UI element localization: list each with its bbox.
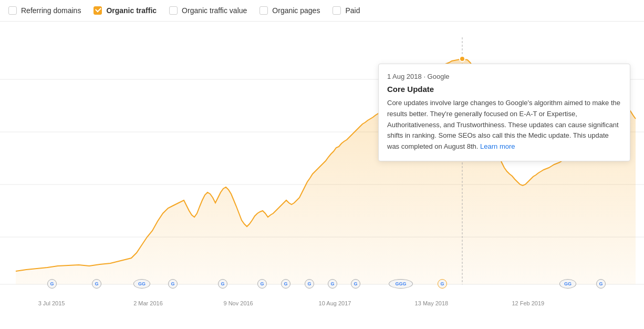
chart-area: 3 Jul 2015 2 Mar 2016 9 Nov 2016 10 Aug … [0, 22, 644, 316]
g-marker-9[interactable]: G [328, 279, 337, 289]
g-marker-6[interactable]: G [257, 279, 267, 289]
g-marker-12[interactable]: G [438, 279, 447, 289]
svg-point-6 [460, 56, 465, 61]
organic-traffic-label: Organic traffic [106, 6, 157, 15]
checkbox-organic-traffic-value[interactable]: Organic traffic value [169, 6, 247, 15]
paid-label: Paid [345, 6, 360, 15]
x-label-feb2019: 12 Feb 2019 [512, 300, 544, 306]
tooltip-title: Core Update [387, 85, 621, 94]
g-marker-1[interactable]: G [47, 279, 57, 289]
g-marker-14[interactable]: G [596, 279, 606, 289]
g-marker-13[interactable]: GG [559, 279, 576, 289]
g-marker-11[interactable]: GGG [389, 279, 413, 289]
g-marker-4[interactable]: G [168, 279, 178, 289]
checkbox-bar: Referring domains Organic traffic Organi… [0, 0, 644, 22]
checkbox-organic-pages[interactable]: Organic pages [259, 6, 320, 15]
organic-traffic-value-checkbox[interactable] [169, 6, 178, 15]
referring-domains-label: Referring domains [21, 6, 81, 15]
organic-pages-checkbox[interactable] [259, 6, 268, 15]
g-marker-3[interactable]: GG [133, 279, 150, 289]
g-marker-2[interactable]: G [92, 279, 101, 289]
referring-domains-checkbox[interactable] [8, 6, 17, 15]
organic-traffic-checkbox[interactable] [94, 6, 102, 15]
x-label-aug2017: 10 Aug 2017 [319, 300, 351, 306]
tooltip: 1 Aug 2018 · Google Core Update Core upd… [378, 64, 630, 161]
tooltip-date: 1 Aug 2018 · Google [387, 73, 621, 80]
g-marker-10[interactable]: G [351, 279, 360, 289]
checkbox-referring-domains[interactable]: Referring domains [8, 6, 81, 15]
tooltip-body: Core updates involve large changes to Go… [387, 98, 621, 152]
paid-checkbox[interactable] [333, 6, 341, 15]
g-marker-7[interactable]: G [281, 279, 290, 289]
x-label-jul2015: 3 Jul 2015 [38, 300, 65, 306]
organic-traffic-value-label: Organic traffic value [182, 6, 247, 15]
x-label-nov2016: 9 Nov 2016 [223, 300, 253, 306]
checkbox-paid[interactable]: Paid [333, 6, 360, 15]
tooltip-learn-more-link[interactable]: Learn more [480, 142, 515, 150]
checkbox-organic-traffic[interactable]: Organic traffic [94, 6, 157, 15]
g-marker-5[interactable]: G [218, 279, 227, 289]
organic-pages-label: Organic pages [272, 6, 320, 15]
g-marker-8[interactable]: G [305, 279, 314, 289]
x-label-may2018: 13 May 2018 [415, 300, 449, 306]
x-label-mar2016: 2 Mar 2016 [133, 300, 163, 306]
